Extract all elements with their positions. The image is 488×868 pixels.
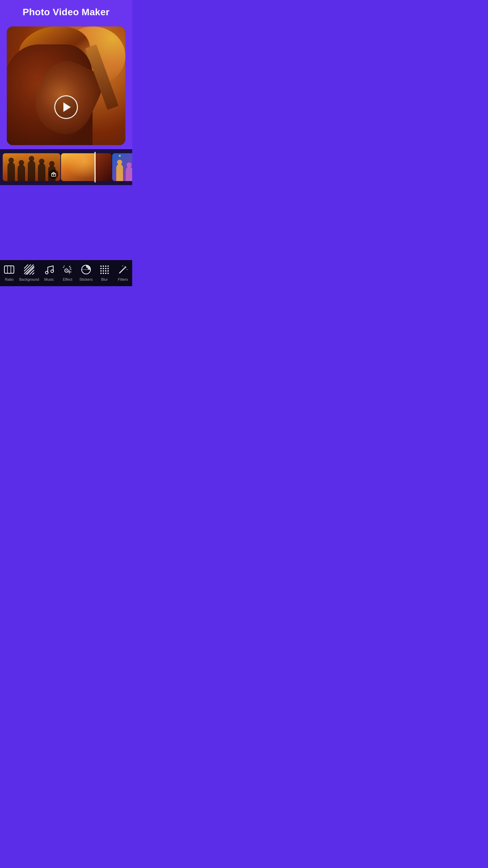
timeline-cursor (95, 152, 96, 182)
thumbnail-4[interactable] (112, 153, 132, 181)
svg-point-31 (105, 268, 106, 269)
svg-point-36 (107, 270, 109, 272)
svg-point-40 (107, 273, 109, 274)
svg-point-30 (103, 268, 104, 269)
background-icon-container (23, 263, 35, 276)
ratio-label: Ratio (5, 277, 14, 281)
svg-point-34 (103, 270, 104, 272)
header: Photo Video Maker (0, 0, 132, 23)
blur-icon-container (98, 263, 110, 276)
svg-line-8 (25, 266, 34, 275)
stickers-icon-container (80, 263, 92, 276)
app-container: Photo Video Maker (0, 0, 132, 286)
tool-filters[interactable]: Filters (115, 263, 131, 281)
svg-point-38 (103, 273, 104, 274)
tool-stickers[interactable]: Stickers (78, 263, 95, 281)
tool-effect[interactable]: Effect (59, 263, 76, 281)
tool-music[interactable]: Music (41, 263, 58, 281)
cube-icon (51, 172, 56, 177)
blur-icon (99, 264, 109, 275)
svg-point-33 (100, 270, 102, 272)
filters-icon (118, 264, 128, 275)
svg-point-28 (107, 265, 109, 267)
effect-icon-container (61, 263, 74, 276)
bottom-toolbar: Ratio Background (0, 260, 132, 286)
background-label: Background (19, 277, 39, 281)
video-preview[interactable] (7, 26, 125, 145)
app-title: Photo Video Maker (7, 7, 125, 18)
filters-icon-container (117, 263, 129, 276)
timeline-strip[interactable] (0, 149, 132, 185)
svg-point-35 (105, 270, 106, 272)
music-icon (44, 264, 54, 275)
effect-icon (62, 264, 73, 275)
stickers-label: Stickers (79, 277, 93, 281)
svg-line-13 (32, 273, 34, 275)
play-icon (63, 102, 71, 112)
svg-point-17 (66, 270, 67, 271)
svg-point-18 (69, 271, 70, 273)
svg-point-27 (105, 265, 106, 267)
svg-line-41 (119, 268, 125, 273)
svg-rect-4 (4, 266, 14, 273)
play-button[interactable] (54, 95, 78, 119)
ratio-icon (4, 265, 14, 274)
thumb-badge-3d (49, 170, 58, 179)
thumbnail-3[interactable] (95, 153, 111, 181)
blur-label: Blur (101, 277, 108, 281)
effect-label: Effect (63, 277, 72, 281)
video-preview-container (0, 23, 132, 149)
svg-point-39 (105, 273, 106, 274)
warm-overlay (7, 26, 125, 145)
svg-line-12 (29, 270, 34, 275)
tool-ratio[interactable]: Ratio (1, 263, 18, 281)
svg-point-25 (100, 265, 102, 267)
stickers-icon (81, 264, 91, 275)
thumbnail-2[interactable] (61, 153, 95, 181)
tool-blur[interactable]: Blur (96, 263, 113, 281)
thumbnail-1[interactable] (3, 153, 60, 181)
svg-point-26 (103, 265, 104, 267)
svg-point-32 (107, 268, 109, 269)
tool-background[interactable]: Background (19, 263, 39, 281)
music-icon-container (43, 263, 55, 276)
filters-label: Filters (118, 277, 128, 281)
ratio-icon-container (3, 263, 15, 276)
music-label: Music (44, 277, 54, 281)
svg-point-37 (100, 273, 102, 274)
background-icon (24, 264, 34, 275)
svg-point-29 (100, 268, 102, 269)
